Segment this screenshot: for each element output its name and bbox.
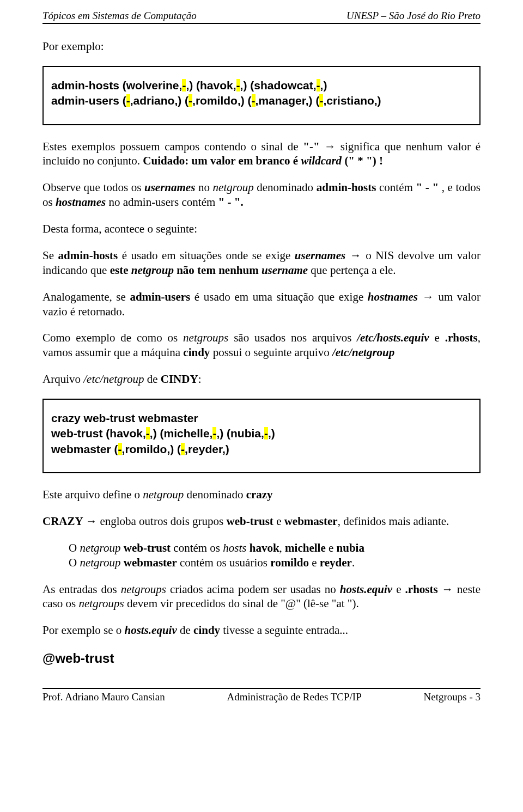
footer-center: Administração de Redes TCP/IP: [227, 691, 362, 703]
t: web-trust: [124, 541, 171, 554]
t: admin-users: [130, 290, 190, 303]
t: Cuidado: um valor em branco é: [143, 154, 301, 167]
hl-dash: -: [181, 443, 185, 455]
t: e: [273, 515, 284, 528]
t: ,reyder,): [185, 443, 229, 455]
t: crazy: [246, 488, 273, 501]
t: admin-users (: [51, 94, 126, 107]
t: username: [262, 264, 308, 277]
t: no admin-users contém: [106, 196, 218, 209]
hl-dash: -: [252, 94, 256, 107]
hl-dash: -: [188, 94, 192, 107]
t: ,romildo,) (: [192, 94, 252, 107]
t: usernames: [295, 249, 345, 262]
t: webmaster (: [51, 443, 118, 455]
t: As entradas dos: [42, 583, 121, 596]
t: CINDY: [161, 373, 198, 386]
t: netgroups: [79, 597, 124, 610]
arrow-icon: →: [418, 290, 438, 303]
box1-line1: admin-hosts (wolverine,-,) (havok,-,) (s…: [51, 78, 472, 93]
t: engloba outros dois grupos: [97, 515, 226, 528]
footer-right: Netgroups - 3: [424, 691, 481, 703]
hl-dash: -: [126, 94, 130, 107]
t: web-trust: [227, 515, 273, 528]
arrow-icon: →: [345, 249, 366, 261]
arrow-icon: →: [324, 140, 336, 152]
t: hosts.equiv: [124, 624, 177, 637]
t: .: [352, 556, 355, 569]
t: O: [69, 556, 80, 569]
t: .rhosts: [405, 583, 442, 596]
t: /etc/hosts.equiv: [357, 331, 429, 344]
t: cindy: [193, 624, 220, 637]
hl-dash: -: [236, 79, 240, 91]
p2: Observe que todos os usernames no netgro…: [42, 180, 481, 210]
t: webmaster: [124, 556, 177, 569]
t: ,adriano,) (: [130, 94, 188, 107]
t: reyder: [320, 556, 352, 569]
header-bar: Tópicos em Sistemas de Computação UNESP …: [42, 10, 481, 24]
t: contém os: [171, 541, 223, 554]
t: não tem nenhum: [174, 264, 262, 277]
t: denominado: [184, 488, 246, 501]
t: admin-hosts (wolverine,: [51, 79, 182, 91]
t: hosts: [223, 541, 249, 554]
t: " - ".: [218, 196, 244, 209]
t: "-": [303, 140, 324, 153]
t: webmaster: [284, 515, 338, 528]
p12: As entradas dos netgroups criados acima …: [42, 582, 481, 612]
t: wildcard: [301, 154, 342, 167]
t: hosts.equiv: [340, 583, 392, 596]
t: é usado em situações onde se exige: [118, 249, 295, 262]
p4: Se admin-hosts é usado em situações onde…: [42, 248, 481, 278]
t: Analogamente, se: [42, 290, 130, 303]
code-box-1: admin-hosts (wolverine,-,) (havok,-,) (s…: [42, 66, 481, 125]
t: ,: [279, 541, 285, 554]
p5: Analogamente, se admin-users é usado em …: [42, 290, 481, 319]
t: tivesse a seguinte entrada...: [220, 624, 348, 637]
footer-left: Prof. Adriano Mauro Cansian: [42, 691, 165, 703]
code-box-2: crazy web-trust webmaster web-trust (hav…: [42, 399, 481, 473]
t: .rhosts: [445, 331, 478, 344]
t: ,) (shadowcat,: [240, 79, 317, 91]
t: contém: [376, 181, 416, 194]
hl-dash: -: [146, 427, 150, 439]
t: (" * ") !: [342, 154, 383, 167]
t: e: [392, 583, 405, 596]
p13: Por exemplo se o hosts.equiv de cindy ti…: [42, 623, 481, 638]
t: admin-hosts: [58, 249, 118, 262]
p10: O netgroup web-trust contém os hosts hav…: [69, 541, 481, 555]
hl-dash: -: [317, 79, 320, 91]
t: , definidos mais adiante.: [338, 515, 449, 528]
t: ,) (nubia,: [216, 427, 264, 439]
t: Estes exemplos possuem campos contendo o…: [42, 140, 303, 153]
t: é usado em uma situação que exige: [190, 290, 368, 303]
t: hostnames: [56, 196, 106, 209]
t: romildo: [270, 556, 309, 569]
t: netgroup: [143, 488, 184, 501]
p3: Desta forma, acontece o seguinte:: [42, 222, 481, 236]
arrow-icon: →: [86, 515, 97, 527]
t: havok: [250, 541, 279, 554]
p9: CRAZY → engloba outros dois grupos web-t…: [42, 514, 481, 529]
t: Arquivo: [42, 373, 83, 386]
t: este: [110, 264, 131, 277]
t: ,): [268, 427, 275, 439]
p1: Estes exemplos possuem campos contendo o…: [42, 139, 481, 169]
header-right: UNESP – São José do Rio Preto: [346, 10, 481, 22]
t: netgroup: [80, 541, 123, 554]
t: ,) (michelle,: [150, 427, 213, 439]
t: web-trust (havok,: [51, 427, 146, 439]
p8: Este arquivo define o netgroup denominad…: [42, 487, 481, 502]
t: Se: [42, 249, 58, 262]
box1-line2: web-trust (havok, admin-users (-,adriano…: [51, 93, 472, 108]
web-trust-line: @web-trust: [42, 651, 481, 666]
t: usernames: [144, 181, 195, 194]
t: são usados nos arquivos: [228, 331, 357, 344]
t: ,manager,) (: [256, 94, 320, 107]
t: netgroups: [121, 583, 166, 596]
hl-dash: -: [118, 443, 122, 455]
t: de: [177, 624, 193, 637]
p-por-exemplo: Por exemplo:: [42, 39, 481, 54]
t: netgroup: [80, 556, 123, 569]
